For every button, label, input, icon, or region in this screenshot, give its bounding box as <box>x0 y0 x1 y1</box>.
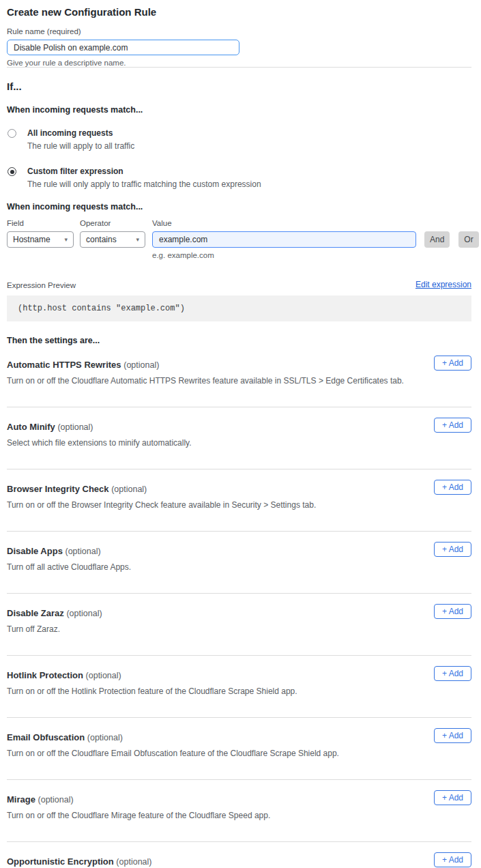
add-button[interactable]: + Add <box>434 728 471 743</box>
setting-title: Browser Integrity Check (optional) <box>7 484 471 494</box>
edit-expression-link[interactable]: Edit expression <box>416 280 471 289</box>
if-heading: If... <box>7 81 471 92</box>
settings-row-auto-minify: Auto Minify (optional) Select which file… <box>7 407 471 469</box>
settings-row-email-obfuscation: Email Obfuscation (optional) Turn on or … <box>7 718 471 780</box>
add-button[interactable]: + Add <box>434 356 471 371</box>
radio-option-all-incoming[interactable]: All incoming requests The rule will appl… <box>7 128 471 151</box>
setting-description: Turn off Zaraz. <box>7 624 471 634</box>
expression-preview-header: Expression Preview Edit expression <box>7 280 471 289</box>
setting-title: Opportunistic Encryption (optional) <box>7 856 471 867</box>
setting-title: Email Obfuscation (optional) <box>7 732 471 742</box>
setting-title: Hotlink Protection (optional) <box>7 670 471 680</box>
add-button[interactable]: + Add <box>434 418 471 433</box>
and-button[interactable]: And <box>424 231 450 248</box>
radio-description: The rule will only apply to traffic matc… <box>27 179 261 189</box>
add-button[interactable]: + Add <box>434 604 471 619</box>
settings-row-disable-apps: Disable Apps (optional) Turn off all act… <box>7 532 471 594</box>
add-button[interactable]: + Add <box>434 666 471 681</box>
match-heading: When incoming requests match... <box>7 105 471 115</box>
settings-row-automatic-https-rewrites: Automatic HTTPS Rewrites (optional) Turn… <box>7 345 471 407</box>
expression-preview-code: (http.host contains "example.com") <box>7 295 471 321</box>
field-select-value: Hostname <box>13 235 50 244</box>
radio-label: Custom filter expression <box>27 167 261 176</box>
expression-builder-row: Field Hostname ▾ Operator contains ▾ Val… <box>7 219 471 259</box>
optional-tag: (optional) <box>116 857 151 867</box>
setting-title: Mirage (optional) <box>7 794 471 805</box>
value-helper: e.g. example.com <box>152 251 416 259</box>
operator-label: Operator <box>80 219 152 227</box>
setting-description: Turn off all active Cloudflare Apps. <box>7 562 471 572</box>
andor-column: And Or <box>424 219 479 248</box>
setting-description: Turn on or off the Cloudflare Email Obfu… <box>7 749 471 758</box>
value-column: Value e.g. example.com <box>152 219 416 259</box>
operator-column: Operator contains ▾ <box>80 219 152 248</box>
setting-description: Turn on or off the Cloudflare Mirage fea… <box>7 811 471 820</box>
divider <box>7 67 471 68</box>
radio-option-text: Custom filter expression The rule will o… <box>27 167 261 189</box>
radio-button-checked[interactable] <box>8 167 16 176</box>
optional-tag: (optional) <box>111 484 147 494</box>
radio-label: All incoming requests <box>27 128 134 138</box>
chevron-down-icon: ▾ <box>136 237 139 243</box>
settings-row-browser-integrity-check: Browser Integrity Check (optional) Turn … <box>7 469 471 532</box>
settings-row-opportunistic-encryption: Opportunistic Encryption (optional) Turn… <box>7 842 471 868</box>
setting-description: Select which file extensions to minify a… <box>7 438 471 448</box>
setting-title: Disable Zaraz (optional) <box>7 608 471 618</box>
field-select[interactable]: Hostname ▾ <box>7 231 74 248</box>
optional-tag: (optional) <box>66 609 102 618</box>
expression-builder-heading: When incoming requests match... <box>7 202 471 212</box>
page-title: Create new Configuration Rule <box>7 6 471 18</box>
setting-title: Auto Minify (optional) <box>7 422 471 432</box>
settings-row-mirage: Mirage (optional) Turn on or off the Clo… <box>7 780 471 842</box>
add-button[interactable]: + Add <box>434 542 471 557</box>
expression-preview-label: Expression Preview <box>7 281 76 289</box>
rule-name-helper: Give your rule a descriptive name. <box>7 59 471 67</box>
add-button[interactable]: + Add <box>434 790 471 805</box>
rule-name-input[interactable] <box>7 40 239 55</box>
then-settings-heading: Then the settings are... <box>7 336 471 345</box>
radio-option-text: All incoming requests The rule will appl… <box>27 128 134 151</box>
value-input[interactable] <box>152 231 416 248</box>
field-column: Field Hostname ▾ <box>7 219 80 248</box>
setting-description: Turn on or off the Cloudflare Automatic … <box>7 376 471 386</box>
radio-button-unchecked[interactable] <box>8 129 16 138</box>
add-button[interactable]: + Add <box>434 480 471 495</box>
radio-option-custom-filter[interactable]: Custom filter expression The rule will o… <box>7 167 471 189</box>
setting-description: Turn on or off the Browser Integrity Che… <box>7 500 471 510</box>
add-button[interactable]: + Add <box>434 852 471 867</box>
setting-title: Automatic HTTPS Rewrites (optional) <box>7 360 471 370</box>
value-label: Value <box>152 219 416 227</box>
rule-name-label: Rule name (required) <box>7 27 471 35</box>
settings-row-disable-zaraz: Disable Zaraz (optional) Turn off Zaraz.… <box>7 594 471 656</box>
chevron-down-icon: ▾ <box>64 237 68 243</box>
field-label: Field <box>7 219 80 227</box>
radio-description: The rule will apply to all traffic <box>27 141 134 151</box>
setting-title: Disable Apps (optional) <box>7 546 471 556</box>
optional-tag: (optional) <box>87 733 123 742</box>
or-button[interactable]: Or <box>458 231 478 248</box>
settings-row-hotlink-protection: Hotlink Protection (optional) Turn on or… <box>7 656 471 718</box>
optional-tag: (optional) <box>86 671 121 680</box>
optional-tag: (optional) <box>38 795 74 805</box>
optional-tag: (optional) <box>57 422 93 432</box>
create-configuration-rule-page: Create new Configuration Rule Rule name … <box>0 0 481 868</box>
setting-description: Turn on or off the Hotlink Protection fe… <box>7 686 471 696</box>
operator-select-value: contains <box>86 235 117 244</box>
optional-tag: (optional) <box>65 547 101 556</box>
optional-tag: (optional) <box>123 360 159 370</box>
andor-spacer <box>424 219 479 227</box>
operator-select[interactable]: contains ▾ <box>80 231 145 248</box>
